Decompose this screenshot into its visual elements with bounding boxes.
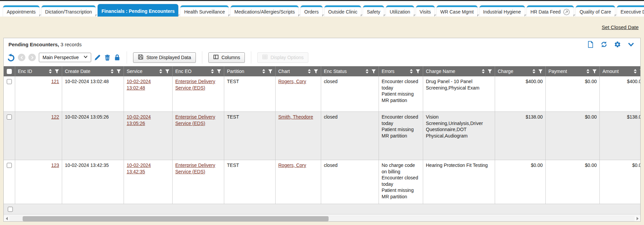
- filter-button[interactable]: [640, 69, 641, 74]
- filter-icon: [268, 69, 273, 74]
- prev-icon: [20, 55, 24, 60]
- cell-charge-name: Vision Screening,Urinalysis,Driver Quest…: [423, 112, 495, 160]
- service-link[interactable]: 10-02-2024 13:42:35: [127, 162, 151, 174]
- sort-button[interactable]: [262, 69, 266, 74]
- sort-button[interactable]: [48, 69, 52, 74]
- tab-executive-d[interactable]: Executive D: [617, 5, 644, 17]
- scrollbar-track[interactable]: [9, 216, 635, 222]
- store-displayed-data-button[interactable]: Store Displayed Data: [133, 52, 196, 63]
- scrollbar-thumb[interactable]: [23, 216, 329, 221]
- row-checkbox[interactable]: [8, 207, 13, 212]
- tab-financials-pending-encounters[interactable]: Financials : Pending Encounters: [98, 4, 178, 17]
- tab-hr-data-feed[interactable]: HR Data Feed: [527, 5, 574, 17]
- service-link[interactable]: 10-02-2024 13:02:48: [127, 79, 151, 91]
- row-checkbox[interactable]: [7, 115, 12, 120]
- enc-id-link[interactable]: 121: [51, 79, 59, 84]
- toolbar-divider: [202, 51, 202, 64]
- filter-button[interactable]: [217, 69, 221, 74]
- tab-outside-clinic[interactable]: Outside Clinic: [325, 5, 361, 17]
- tab-dictation-transcription[interactable]: Dictation/Transcription: [42, 5, 96, 17]
- collapse-button[interactable]: [627, 41, 635, 48]
- row-checkbox[interactable]: [7, 163, 12, 168]
- chart-link[interactable]: Rogers, Cory: [278, 162, 306, 168]
- tab-safety[interactable]: Safety: [363, 5, 384, 17]
- horizontal-scrollbar[interactable]: [4, 216, 640, 221]
- table-row: 12310-02-2024 13:42:3510-02-2024 13:42:3…: [4, 160, 640, 204]
- sort-button[interactable]: [307, 69, 311, 74]
- filter-button[interactable]: [538, 69, 543, 74]
- column-header-errors[interactable]: Errors: [379, 66, 423, 76]
- tab-bar: AppointmentsDictation/TranscriptionFinan…: [0, 1, 644, 17]
- column-header-enc-status[interactable]: Enc Status: [321, 66, 379, 76]
- scroll-left-button[interactable]: [4, 216, 9, 222]
- document-icon: [587, 41, 594, 48]
- chart-link[interactable]: Smith, Theodore: [278, 114, 313, 120]
- filter-button[interactable]: [488, 69, 492, 74]
- tab-quality-of-care[interactable]: Quality of Care: [576, 5, 615, 17]
- column-header-chart[interactable]: Chart: [276, 66, 321, 76]
- column-header-enc-id[interactable]: Enc ID: [15, 66, 62, 76]
- tab-visits[interactable]: Visits: [416, 5, 435, 17]
- scroll-right-button[interactable]: [635, 216, 640, 222]
- undo-button[interactable]: [7, 54, 15, 61]
- tab-utilization[interactable]: Utilization: [386, 5, 414, 17]
- enc-eo-link[interactable]: Enterprise Delivery Service (EDS): [175, 79, 215, 91]
- chart-link[interactable]: Rogers, Cory: [278, 79, 306, 84]
- external-link-icon-wrap[interactable]: [563, 8, 570, 16]
- enc-eo-link[interactable]: Enterprise Delivery Service (EDS): [175, 162, 215, 174]
- filter-icon: [55, 69, 59, 74]
- column-header-partition[interactable]: Partition: [224, 66, 276, 76]
- cell-create-date: 10-02-2024 13:05:26: [62, 112, 124, 160]
- sort-button[interactable]: [633, 69, 637, 74]
- row-checkbox[interactable]: [7, 79, 12, 84]
- filter-button[interactable]: [117, 69, 121, 74]
- column-header-charge-name[interactable]: Charge Name: [423, 66, 495, 76]
- settings-button[interactable]: [614, 41, 621, 48]
- enc-id-link[interactable]: 122: [51, 114, 59, 120]
- select-all-checkbox[interactable]: [7, 69, 12, 74]
- tab-medications-allergies-scripts[interactable]: Medications/Allergies/Scripts: [231, 5, 299, 17]
- filter-button[interactable]: [371, 69, 376, 74]
- filter-button[interactable]: [416, 69, 420, 74]
- enc-id-link[interactable]: 123: [51, 162, 59, 168]
- perspective-select[interactable]: Main Perspective: [39, 53, 91, 62]
- column-header-payment[interactable]: Payment: [546, 66, 600, 76]
- column-header-service[interactable]: Service: [124, 66, 173, 76]
- edit-perspective-button[interactable]: [94, 54, 101, 61]
- lock-perspective-button[interactable]: [114, 54, 121, 61]
- filter-button[interactable]: [314, 69, 318, 74]
- filter-button[interactable]: [268, 69, 273, 74]
- sort-button[interactable]: [409, 69, 413, 74]
- sort-button[interactable]: [210, 69, 214, 74]
- filter-button[interactable]: [55, 69, 59, 74]
- tab-appointments[interactable]: Appointments: [3, 5, 40, 17]
- refresh-button[interactable]: [600, 41, 608, 48]
- column-header-amount[interactable]: Amount: [600, 66, 641, 76]
- tab-wr-case-mgmt[interactable]: WR Case Mgmt: [437, 5, 478, 17]
- delete-perspective-button[interactable]: [104, 54, 111, 61]
- enc-eo-link[interactable]: Enterprise Delivery Service (EDS): [175, 114, 215, 126]
- column-header-create-date[interactable]: Create Date: [62, 66, 124, 76]
- sort-button[interactable]: [532, 69, 536, 74]
- sort-button[interactable]: [159, 69, 163, 74]
- document-button[interactable]: [587, 41, 594, 48]
- save-icon: [138, 54, 144, 60]
- sort-button[interactable]: [481, 69, 485, 74]
- set-closed-date-link[interactable]: Set Closed Date: [602, 24, 639, 30]
- filter-button[interactable]: [165, 69, 170, 74]
- column-header-enc-eo[interactable]: Enc EO: [173, 66, 224, 76]
- columns-button[interactable]: Columns: [208, 52, 245, 63]
- sort-button[interactable]: [586, 69, 590, 74]
- sort-button[interactable]: [110, 69, 114, 74]
- column-header-charge[interactable]: Charge: [495, 66, 546, 76]
- sort-button[interactable]: [365, 69, 369, 74]
- service-link[interactable]: 10-02-2024 13:05:26: [127, 114, 151, 126]
- tab-orders[interactable]: Orders: [301, 5, 323, 17]
- sort-icon: [586, 69, 590, 74]
- save-icon-wrap: [138, 54, 144, 61]
- tab-health-surveillance[interactable]: Health Surveillance: [180, 5, 229, 17]
- filter-icon: [538, 69, 543, 74]
- tab-industrial-hygiene[interactable]: Industrial Hygiene: [480, 5, 525, 17]
- action-bar: Set Closed Date: [0, 17, 644, 38]
- filter-button[interactable]: [592, 69, 597, 74]
